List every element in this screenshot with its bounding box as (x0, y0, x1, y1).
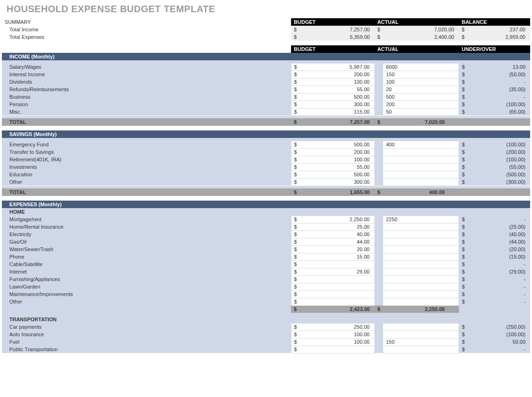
currency-symbol: $ (374, 26, 383, 33)
budget-cell[interactable]: 100.00 (299, 78, 374, 86)
budget-cell[interactable] (299, 298, 374, 305)
budget-cell[interactable]: 500.00 (299, 141, 374, 148)
budget-cell[interactable] (299, 283, 374, 290)
currency-symbol: $ (291, 245, 299, 253)
budget-cell[interactable]: 100.00 (299, 331, 374, 338)
currency-symbol: $ (459, 33, 467, 41)
budget-cell[interactable]: 300.00 (299, 178, 374, 186)
savings-section-header: SAVINGS (Monthly) (2, 130, 530, 138)
actual-cell[interactable] (383, 156, 459, 163)
currency-symbol: $ (459, 71, 467, 78)
actual-cell[interactable]: 6000 (383, 63, 459, 71)
currency-symbol: $ (291, 231, 299, 238)
actual-cell[interactable]: 100 (383, 78, 459, 86)
actual-cell[interactable] (383, 323, 459, 331)
budget-cell[interactable]: 55.00 (299, 86, 374, 93)
actual-cell[interactable] (383, 346, 459, 353)
budget-cell[interactable] (299, 346, 374, 353)
summary-row: Total Expenses$5,359.00$2,400.00$2,959.0… (2, 33, 530, 41)
budget-cell[interactable]: 100.00 (299, 156, 374, 163)
budget-cell[interactable]: 250.00 (299, 323, 374, 331)
line-item-row: Furnishing/Appliances$$- (2, 275, 530, 283)
actual-cell[interactable] (383, 253, 459, 260)
income-total-row: TOTAL $ 7,257.00 $ 7,020.00 (2, 118, 530, 126)
summary-actual-cell[interactable]: 2,400.00 (383, 33, 459, 41)
budget-cell[interactable]: 44.00 (299, 238, 374, 245)
actual-cell[interactable] (383, 283, 459, 290)
budget-cell[interactable]: 200.00 (299, 71, 374, 78)
actual-cell[interactable]: 200 (383, 101, 459, 108)
actual-cell[interactable] (383, 238, 459, 245)
actual-cell[interactable] (383, 178, 459, 186)
line-item-label: Refunds/Reimbursements (2, 86, 291, 93)
actual-cell[interactable] (383, 298, 459, 305)
actual-cell[interactable]: 2250 (383, 216, 459, 223)
budget-cell[interactable] (299, 290, 374, 298)
line-item-row: Other$$- (2, 298, 530, 305)
underover-cell: - (467, 93, 530, 101)
actual-cell[interactable] (383, 163, 459, 171)
budget-cell[interactable]: 20.00 (299, 245, 374, 253)
underover-cell: (200.00) (467, 148, 530, 156)
underover-cell: (300.00) (467, 178, 530, 186)
actual-cell[interactable]: 400 (383, 141, 459, 148)
actual-cell[interactable]: 150 (383, 71, 459, 78)
actual-cell[interactable] (383, 275, 459, 283)
line-item-label: Electricity (2, 231, 291, 238)
budget-cell[interactable]: 55.00 (299, 163, 374, 171)
currency-symbol: $ (374, 33, 383, 41)
budget-cell[interactable]: 500.00 (299, 171, 374, 178)
currency-symbol: $ (291, 290, 299, 298)
budget-cell[interactable]: 2,250.00 (299, 216, 374, 223)
summary-actual-cell[interactable]: 7,020.00 (383, 26, 459, 33)
budget-cell[interactable]: 40.00 (299, 231, 374, 238)
line-item-row: Other$300.00$(300.00) (2, 178, 530, 186)
budget-cell[interactable]: 5,987.00 (299, 63, 374, 71)
budget-cell[interactable]: 300.00 (299, 101, 374, 108)
budget-cell[interactable] (299, 275, 374, 283)
budget-cell[interactable]: 29.00 (299, 268, 374, 275)
currency-symbol: $ (459, 338, 467, 346)
actual-cell[interactable] (383, 260, 459, 268)
line-item-label: Fuel (2, 338, 291, 346)
currency-symbol: $ (291, 253, 299, 260)
currency-symbol: $ (459, 290, 467, 298)
actual-cell[interactable] (383, 231, 459, 238)
underover-cell: - (467, 260, 530, 268)
budget-cell[interactable] (299, 260, 374, 268)
budget-cell[interactable]: 25.00 (299, 223, 374, 231)
budget-cell[interactable]: 200.00 (299, 148, 374, 156)
summary-budget-cell[interactable]: 7,257.00 (299, 26, 374, 33)
budget-cell[interactable]: 100.00 (299, 338, 374, 346)
currency-symbol: $ (459, 148, 467, 156)
currency-symbol: $ (291, 101, 299, 108)
actual-cell[interactable] (383, 148, 459, 156)
hdr-underover: UNDER/OVER (459, 45, 530, 53)
line-item-label: Phone (2, 253, 291, 260)
underover-cell: 50.00 (467, 338, 530, 346)
actual-cell[interactable] (383, 171, 459, 178)
currency-symbol: $ (459, 275, 467, 283)
line-item-row: Fuel$100.00150$50.00 (2, 338, 530, 346)
actual-cell[interactable] (383, 290, 459, 298)
currency-symbol: $ (459, 101, 467, 108)
summary-budget-cell[interactable]: 5,359.00 (299, 33, 374, 41)
currency-symbol: $ (291, 171, 299, 178)
actual-cell[interactable]: 150 (383, 338, 459, 346)
budget-cell[interactable]: 15.00 (299, 253, 374, 260)
expenses-section-header: EXPENSES (Monthly) (2, 201, 530, 208)
currency-symbol: $ (291, 275, 299, 283)
actual-cell[interactable] (383, 268, 459, 275)
actual-cell[interactable]: 500 (383, 93, 459, 101)
line-item-label: Interest Income (2, 71, 291, 78)
budget-cell[interactable]: 115.00 (299, 108, 374, 115)
actual-cell[interactable] (383, 331, 459, 338)
currency-symbol: $ (459, 268, 467, 275)
budget-cell[interactable]: 500.00 (299, 93, 374, 101)
line-item-row: Misc.$115.0050$(65.00) (2, 108, 530, 115)
page-title: HOUSEHOLD EXPENSE BUDGET TEMPLATE (2, 2, 530, 18)
actual-cell[interactable] (383, 223, 459, 231)
actual-cell[interactable]: 50 (383, 108, 459, 115)
actual-cell[interactable]: 20 (383, 86, 459, 93)
actual-cell[interactable] (383, 245, 459, 253)
